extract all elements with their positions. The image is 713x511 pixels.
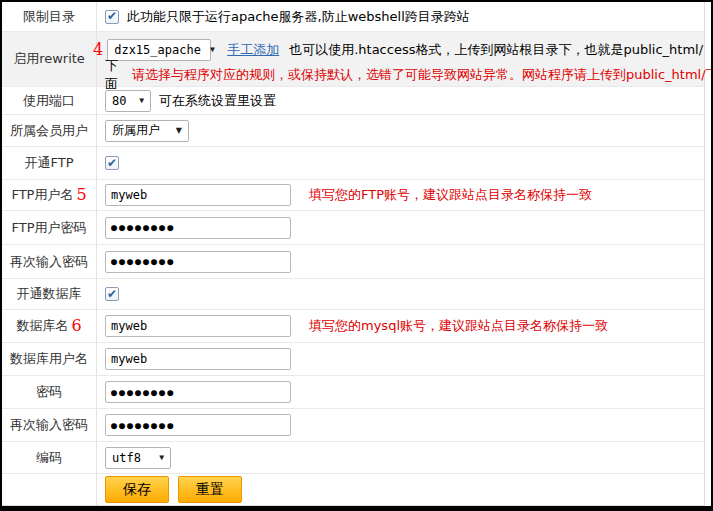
checkmark-icon: ✔ bbox=[107, 288, 117, 300]
rewrite-warning: 请选择与程序对应的规则，或保持默认，选错了可能导致网站异常。网站程序请上传到pu… bbox=[132, 66, 713, 84]
restrict-dir-label: 限制目录 bbox=[2, 2, 97, 31]
encoding-select[interactable]: utf8 ▼ bbox=[105, 447, 171, 469]
ftp-password-confirm-label: 再次输入密码 bbox=[2, 245, 97, 278]
db-name-note: 填写您的mysql账号，建议跟站点目录名称保持一致 bbox=[309, 317, 608, 335]
ftp-password-confirm-input[interactable] bbox=[105, 251, 291, 273]
row-db-password-confirm: 再次输入密码 bbox=[2, 409, 704, 442]
step-number-4: 4 bbox=[93, 42, 103, 58]
db-password-confirm-input[interactable] bbox=[105, 414, 291, 436]
db-username-label: 数据库用户名 bbox=[2, 343, 97, 375]
row-ftp-enable: 开通FTP ✔ bbox=[2, 147, 704, 180]
chevron-down-icon: ▼ bbox=[159, 453, 164, 462]
ftp-password-label: FTP用户密码 bbox=[2, 211, 97, 244]
rewrite-hint-line1: 也可以使用.htaccess格式，上传到网站根目录下，也就是public_htm… bbox=[289, 41, 703, 59]
member-user-select[interactable]: 所属用户 ▼ bbox=[105, 120, 189, 142]
ftp-enable-checkbox[interactable]: ✔ bbox=[105, 156, 119, 170]
db-name-label: 数据库名 bbox=[16, 317, 68, 335]
db-password-label: 密码 bbox=[2, 376, 97, 408]
restrict-dir-checkbox[interactable]: ✔ bbox=[105, 10, 119, 24]
row-actions: 保存 重置 bbox=[2, 474, 704, 506]
reset-button[interactable]: 重置 bbox=[178, 476, 242, 503]
ftp-username-note: 填写您的FTP账号，建议跟站点目录名称保持一致 bbox=[309, 186, 592, 204]
db-name-input[interactable] bbox=[105, 315, 291, 337]
db-username-input[interactable] bbox=[105, 348, 291, 370]
row-ftp-password: FTP用户密码 bbox=[2, 211, 704, 245]
row-restrict-dir: 限制目录 ✔ 此功能只限于运行apache服务器,防止webshell跨目录跨站 bbox=[2, 2, 704, 32]
save-button[interactable]: 保存 bbox=[105, 476, 169, 503]
row-port: 使用端口 80 ▼ 可在系统设置里设置 bbox=[2, 87, 704, 115]
ftp-password-input[interactable] bbox=[105, 217, 291, 239]
row-ftp-username: FTP用户名 5 填写您的FTP账号，建议跟站点目录名称保持一致 bbox=[2, 180, 704, 211]
db-password-input[interactable] bbox=[105, 381, 291, 403]
chevron-down-icon: ▼ bbox=[176, 126, 182, 135]
row-member-user: 所属会员用户 所属用户 ▼ bbox=[2, 115, 704, 147]
db-enable-label: 开通数据库 bbox=[2, 279, 97, 309]
db-password-confirm-label: 再次输入密码 bbox=[2, 409, 97, 441]
row-rewrite: 启用rewrite 4 dzx15_apache ▼ 手工添加 也可以使用.ht… bbox=[2, 32, 704, 87]
row-encoding: 编码 utf8 ▼ bbox=[2, 442, 704, 474]
checkmark-icon: ✔ bbox=[107, 10, 117, 22]
port-hint: 可在系统设置里设置 bbox=[159, 92, 276, 110]
manual-add-link[interactable]: 手工添加 bbox=[227, 41, 279, 59]
checkmark-icon: ✔ bbox=[107, 157, 117, 169]
panel-form: 限制目录 ✔ 此功能只限于运行apache服务器,防止webshell跨目录跨站… bbox=[0, 0, 713, 511]
row-db-enable: 开通数据库 ✔ bbox=[2, 279, 704, 310]
rewrite-label: 启用rewrite bbox=[2, 32, 97, 86]
member-user-label: 所属会员用户 bbox=[2, 115, 97, 146]
row-db-username: 数据库用户名 bbox=[2, 343, 704, 376]
db-enable-checkbox[interactable]: ✔ bbox=[105, 287, 119, 301]
rewrite-rule-select[interactable]: dzx15_apache ▼ bbox=[107, 39, 211, 61]
port-label: 使用端口 bbox=[2, 87, 97, 114]
row-ftp-password-confirm: 再次输入密码 bbox=[2, 245, 704, 279]
ftp-username-input[interactable] bbox=[105, 184, 291, 206]
step-number-5: 5 bbox=[76, 187, 86, 203]
encoding-label: 编码 bbox=[2, 442, 97, 473]
chevron-down-icon: ▼ bbox=[139, 96, 144, 105]
settings-table: 限制目录 ✔ 此功能只限于运行apache服务器,防止webshell跨目录跨站… bbox=[2, 2, 705, 506]
step-number-6: 6 bbox=[71, 318, 81, 334]
actions-label-empty bbox=[2, 474, 97, 505]
ftp-enable-label: 开通FTP bbox=[2, 147, 97, 179]
row-db-password: 密码 bbox=[2, 376, 704, 409]
ftp-username-label: FTP用户名 bbox=[11, 186, 73, 204]
row-db-name: 数据库名 6 填写您的mysql账号，建议跟站点目录名称保持一致 bbox=[2, 310, 704, 343]
port-select[interactable]: 80 ▼ bbox=[105, 90, 151, 112]
restrict-dir-hint: 此功能只限于运行apache服务器,防止webshell跨目录跨站 bbox=[127, 8, 470, 26]
chevron-down-icon: ▼ bbox=[210, 45, 215, 54]
